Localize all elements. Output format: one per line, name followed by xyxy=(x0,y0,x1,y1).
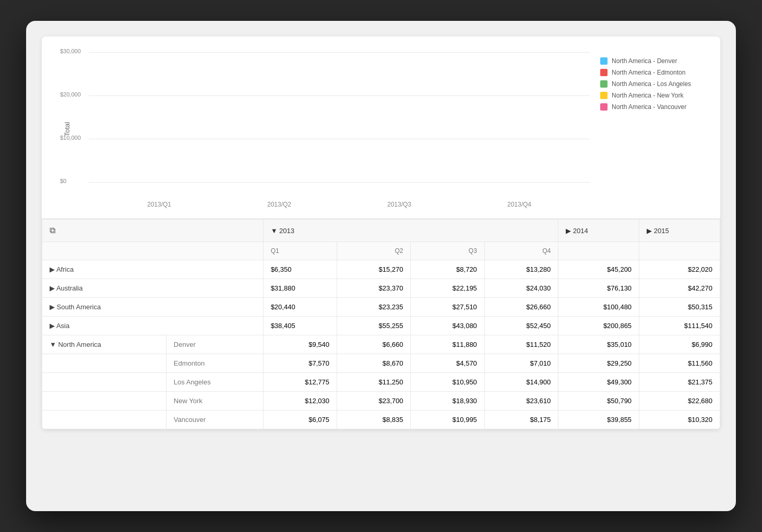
na-edmonton-y2015: $11,560 xyxy=(639,354,720,373)
chart-section: Total $30,000 $20,000 $10,000 xyxy=(42,37,720,219)
africa-y2015: $22,020 xyxy=(639,260,720,279)
na-edmonton-q3: $4,570 xyxy=(411,354,484,373)
legend-item-edmonton: North America - Edmonton xyxy=(600,69,705,76)
na-denver-q4: $11,520 xyxy=(484,335,558,354)
na-denver-q2: $6,660 xyxy=(337,335,411,354)
legend-color-ny xyxy=(600,92,608,99)
copy-icon: ⧉ xyxy=(50,226,55,235)
chart-container: Total $30,000 $20,000 $10,000 xyxy=(57,52,590,208)
australia-y2015: $42,270 xyxy=(639,279,720,298)
na-region-filler-3 xyxy=(42,392,166,410)
asia-q2: $55,255 xyxy=(337,317,411,335)
table-icon-cell: ⧉ xyxy=(42,220,264,242)
q2-header: Q2 xyxy=(337,242,411,260)
bars-container xyxy=(89,52,590,183)
legend-item-la: North America - Los Angeles xyxy=(600,80,705,88)
australia-q2: $23,370 xyxy=(337,279,411,298)
asia-q3: $43,080 xyxy=(411,317,484,335)
na-la-q2: $11,250 xyxy=(337,373,411,392)
south-america-y2014: $100,480 xyxy=(558,298,639,317)
africa-q4: $13,280 xyxy=(484,260,558,279)
australia-q1: $31,880 xyxy=(263,279,337,298)
na-edmonton-q4: $7,010 xyxy=(484,354,558,373)
x-axis: 2013/Q1 2013/Q2 2013/Q3 2013/Q4 xyxy=(89,201,590,208)
device-frame: Total $30,000 $20,000 $10,000 xyxy=(26,21,736,511)
legend-label-edmonton: North America - Edmonton xyxy=(612,69,685,76)
legend-label-denver: North America - Denver xyxy=(612,57,677,65)
africa-q3: $8,720 xyxy=(411,260,484,279)
chart-legend: North America - Denver North America - E… xyxy=(600,52,705,208)
na-region-filler-1 xyxy=(42,354,166,373)
table-row-south-america: ▶ South America $20,440 $23,235 $27,510 … xyxy=(42,298,720,317)
na-vancouver-q3: $10,995 xyxy=(411,410,484,429)
data-table: ⧉ ▼ 2013 ▶ 2014 ▶ 2015 Q1 Q2 Q3 Q4 xyxy=(42,219,720,429)
na-denver-q3: $11,880 xyxy=(411,335,484,354)
africa-region[interactable]: ▶ Africa xyxy=(42,260,264,279)
na-city-denver: Denver xyxy=(166,335,263,354)
na-ny-y2014: $50,790 xyxy=(558,392,639,410)
na-city-edmonton: Edmonton xyxy=(166,354,263,373)
legend-item-vancouver: North America - Vancouver xyxy=(600,103,705,111)
asia-region[interactable]: ▶ Asia xyxy=(42,317,264,335)
na-ny-q3: $18,930 xyxy=(411,392,484,410)
south-america-q4: $26,660 xyxy=(484,298,558,317)
table-row-na-vancouver: Vancouver $6,075 $8,835 $10,995 $8,175 $… xyxy=(42,410,720,429)
africa-q2: $15,270 xyxy=(337,260,411,279)
na-city-vancouver: Vancouver xyxy=(166,410,263,429)
na-denver-q1: $9,540 xyxy=(263,335,337,354)
na-region-label[interactable]: ▼ North America xyxy=(42,335,166,354)
na-vancouver-q2: $8,835 xyxy=(337,410,411,429)
australia-region[interactable]: ▶ Australia xyxy=(42,279,264,298)
table-row-australia: ▶ Australia $31,880 $23,370 $22,195 $24,… xyxy=(42,279,720,298)
na-la-q4: $14,900 xyxy=(484,373,558,392)
na-city-ny: New York xyxy=(166,392,263,410)
table-row-na-ny: New York $12,030 $23,700 $18,930 $23,610… xyxy=(42,392,720,410)
year-2013-header[interactable]: ▼ 2013 xyxy=(263,220,558,242)
na-vancouver-q4: $8,175 xyxy=(484,410,558,429)
year-2015-header[interactable]: ▶ 2015 xyxy=(639,220,720,242)
table-row-na-la: Los Angeles $12,775 $11,250 $10,950 $14,… xyxy=(42,373,720,392)
africa-q1: $6,350 xyxy=(263,260,337,279)
region-city-header xyxy=(42,242,264,260)
na-edmonton-q2: $8,670 xyxy=(337,354,411,373)
australia-q4: $24,030 xyxy=(484,279,558,298)
year-2014-header[interactable]: ▶ 2014 xyxy=(558,220,639,242)
chart-area: $30,000 $20,000 $10,000 $0 xyxy=(89,52,590,198)
na-city-la: Los Angeles xyxy=(166,373,263,392)
legend-label-vancouver: North America - Vancouver xyxy=(612,103,686,111)
australia-q3: $22,195 xyxy=(411,279,484,298)
na-vancouver-y2015: $10,320 xyxy=(639,410,720,429)
na-ny-q2: $23,700 xyxy=(337,392,411,410)
south-america-y2015: $50,315 xyxy=(639,298,720,317)
table-section: ⧉ ▼ 2013 ▶ 2014 ▶ 2015 Q1 Q2 Q3 Q4 xyxy=(42,219,720,429)
na-region-filler-4 xyxy=(42,410,166,429)
content-area: Total $30,000 $20,000 $10,000 xyxy=(42,37,720,429)
na-la-q3: $10,950 xyxy=(411,373,484,392)
q3-header: Q3 xyxy=(411,242,484,260)
legend-color-la xyxy=(600,80,608,88)
na-vancouver-y2014: $39,855 xyxy=(558,410,639,429)
na-la-y2014: $49,300 xyxy=(558,373,639,392)
south-america-q1: $20,440 xyxy=(263,298,337,317)
asia-y2014: $200,865 xyxy=(558,317,639,335)
q4-header: Q4 xyxy=(484,242,558,260)
south-america-region[interactable]: ▶ South America xyxy=(42,298,264,317)
asia-q4: $52,450 xyxy=(484,317,558,335)
na-edmonton-q1: $7,570 xyxy=(263,354,337,373)
south-america-q2: $23,235 xyxy=(337,298,411,317)
table-row-na-edmonton: Edmonton $7,570 $8,670 $4,570 $7,010 $29… xyxy=(42,354,720,373)
south-america-q3: $27,510 xyxy=(411,298,484,317)
table-row-africa: ▶ Africa $6,350 $15,270 $8,720 $13,280 $… xyxy=(42,260,720,279)
table-row-na-denver: ▼ North America Denver $9,540 $6,660 $11… xyxy=(42,335,720,354)
na-la-q1: $12,775 xyxy=(263,373,337,392)
table-header-row-1: ⧉ ▼ 2013 ▶ 2014 ▶ 2015 xyxy=(42,220,720,242)
na-ny-q4: $23,610 xyxy=(484,392,558,410)
na-la-y2015: $21,375 xyxy=(639,373,720,392)
na-ny-y2015: $22,680 xyxy=(639,392,720,410)
x-label-q2: 2013/Q2 xyxy=(219,201,339,208)
legend-item-ny: North America - New York xyxy=(600,92,705,99)
na-vancouver-q1: $6,075 xyxy=(263,410,337,429)
q1-header: Q1 xyxy=(263,242,337,260)
legend-label-ny: North America - New York xyxy=(612,92,683,99)
legend-item-denver: North America - Denver xyxy=(600,57,705,65)
